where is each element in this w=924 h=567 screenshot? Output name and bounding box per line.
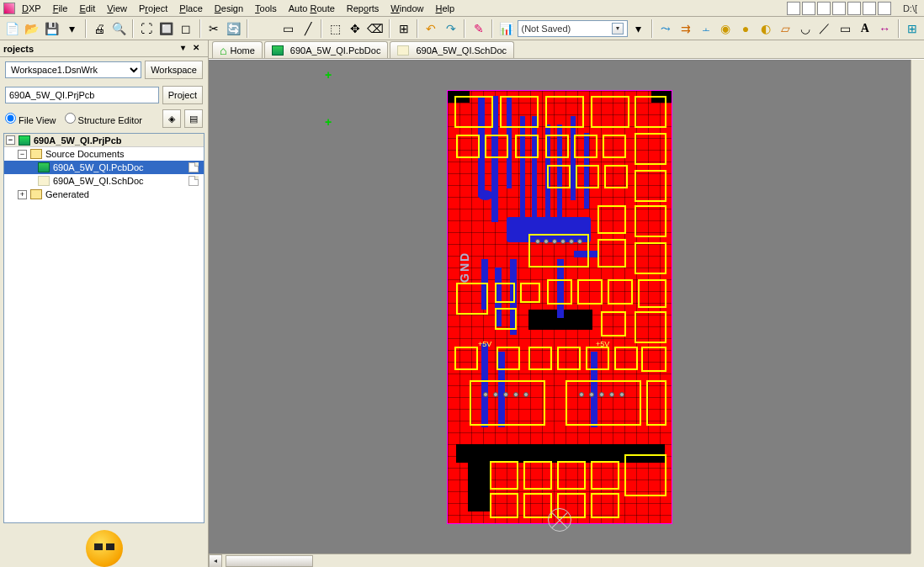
track-icon[interactable]: ╱ [300, 19, 317, 38]
component-icon[interactable]: ▭ [279, 19, 297, 38]
refresh-icon[interactable]: 🔄 [225, 19, 242, 38]
menu-place[interactable]: Place [174, 2, 208, 15]
select-rect-icon[interactable]: ⬚ [327, 19, 344, 38]
pin-icon[interactable]: ▾ [181, 43, 193, 55]
line-icon[interactable]: ／ [816, 19, 834, 38]
menu-tail-icon[interactable] [787, 2, 800, 15]
cut-icon[interactable]: ✂ [205, 19, 223, 38]
tab-sch[interactable]: 690A_5W_QI.SchDoc [390, 41, 514, 58]
via-icon[interactable]: ◉ [717, 19, 735, 38]
menu-reports[interactable]: Reports [342, 2, 385, 15]
sch-icon [38, 176, 50, 186]
sun-icon [86, 530, 123, 567]
fill-icon[interactable]: ◐ [757, 19, 774, 38]
panel-btn-icon[interactable]: ▤ [184, 109, 203, 128]
tree-project-label: 690A_5W_QI.PrjPcb [34, 135, 122, 146]
annotation-status-combo[interactable]: (Not Saved) ▾ [518, 20, 628, 37]
dropdown-icon[interactable]: ▾ [63, 19, 81, 38]
pcb-board[interactable]: GND +5V +5V [447, 90, 672, 524]
file-path-display: D:\[ [903, 3, 921, 13]
project-icon [19, 135, 30, 146]
menu-tail-icon[interactable] [878, 2, 891, 15]
move-icon[interactable]: ✥ [347, 19, 364, 38]
panel-footer [0, 527, 208, 567]
zoom-selected-icon[interactable]: ◻ [178, 19, 195, 38]
project-tree[interactable]: − 690A_5W_QI.PrjPcb − Source Documents 6… [3, 133, 204, 523]
dropdown-icon[interactable]: ▾ [630, 19, 648, 38]
folder-icon [30, 149, 42, 159]
tab-pcb[interactable]: 690A_5W_QI.PcbDoc [264, 41, 389, 58]
menu-view[interactable]: View [102, 2, 132, 15]
project-input[interactable] [5, 87, 159, 103]
zoom-fit-icon[interactable]: ⛶ [138, 19, 156, 38]
main-area: rojects ▾ ✕ Workspace1.DsnWrk Workspace … [0, 40, 924, 567]
menu-window[interactable]: Window [385, 2, 428, 15]
workspace-select[interactable]: Workspace1.DsnWrk [5, 61, 141, 78]
menu-tools[interactable]: Tools [250, 2, 282, 15]
string-icon[interactable]: A [856, 19, 874, 38]
menu-tail-icon[interactable] [817, 2, 831, 15]
tree-folder-label: Generated [45, 189, 89, 199]
menu-file[interactable]: File [48, 2, 73, 15]
menu-dxp[interactable]: DXP [17, 2, 46, 15]
menu-tail-icon[interactable] [802, 2, 815, 15]
pcb-icon [38, 162, 50, 172]
menu-help[interactable]: Help [431, 2, 460, 15]
scroll-left-icon[interactable]: ◂ [209, 554, 222, 568]
doc-icon [189, 162, 199, 172]
gnd-silk-text: GND [458, 236, 470, 283]
projects-panel: rojects ▾ ✕ Workspace1.DsnWrk Workspace … [0, 40, 209, 567]
preview-icon[interactable]: 🔍 [110, 19, 128, 38]
pcb-viewport[interactable]: + + [209, 59, 924, 567]
cross-probe-icon[interactable]: ✎ [470, 19, 487, 38]
menu-project[interactable]: Project [134, 2, 173, 15]
panel-btn-icon[interactable]: ◈ [162, 109, 181, 128]
workspace-button[interactable]: Workspace [145, 61, 203, 79]
route-icon[interactable]: ⤳ [657, 19, 675, 38]
open-file-icon[interactable]: 📂 [24, 19, 41, 38]
align-icon[interactable]: ⊞ [395, 19, 412, 38]
project-button[interactable]: Project [162, 86, 203, 104]
save-icon[interactable]: 💾 [43, 19, 61, 38]
tree-item-pcb[interactable]: 690A_5W_QI.PcbDoc [4, 161, 204, 174]
align-marker-icon: + [325, 115, 335, 125]
chevron-down-icon[interactable]: ▾ [612, 23, 624, 34]
array-icon[interactable]: ⊞ [904, 19, 921, 38]
close-icon[interactable]: ✕ [193, 43, 204, 55]
route-diff-icon[interactable]: ⇉ [677, 19, 695, 38]
rect-icon[interactable]: ▭ [836, 19, 854, 38]
menu-tail-icon[interactable] [832, 2, 846, 15]
polygon-icon[interactable]: ▱ [777, 19, 794, 38]
expander-icon[interactable]: + [18, 190, 27, 199]
menu-bar: DXPFileEditViewProjectPlaceDesignToolsAu… [0, 0, 924, 17]
pcb-icon [272, 45, 284, 56]
undo-icon[interactable]: ↶ [422, 19, 440, 38]
dimension-icon[interactable]: ↔ [876, 19, 894, 38]
scroll-thumb[interactable] [226, 555, 313, 567]
menu-design[interactable]: Design [210, 2, 248, 15]
menu-edit[interactable]: Edit [74, 2, 100, 15]
menu-tail-icon[interactable] [847, 2, 861, 15]
menu-auto-route[interactable]: Auto Route [284, 2, 340, 15]
tab-home[interactable]: ⌂ Home [212, 41, 263, 58]
menu-tail-icon[interactable] [863, 2, 876, 15]
tree-item-sch[interactable]: 690A_5W_QI.SchDoc [4, 174, 204, 188]
file-view-radio[interactable]: File View [5, 113, 56, 125]
expander-icon[interactable]: − [18, 150, 27, 159]
structure-editor-radio[interactable]: Structure Editor [65, 113, 142, 125]
redo-icon[interactable]: ↷ [443, 19, 460, 38]
zoom-region-icon[interactable]: 🔲 [157, 19, 175, 38]
home-icon: ⌂ [220, 44, 226, 57]
print-icon[interactable]: 🖨 [91, 19, 109, 38]
expander-icon[interactable]: − [6, 135, 15, 145]
vertical-scrollbar[interactable] [911, 60, 924, 554]
arc-icon[interactable]: ◡ [797, 19, 815, 38]
deselect-icon[interactable]: ⌫ [366, 19, 385, 38]
browse-icon[interactable]: 📊 [497, 19, 515, 38]
horizontal-scrollbar[interactable]: ◂ [209, 554, 911, 567]
route-multi-icon[interactable]: ⫠ [697, 19, 714, 38]
new-file-icon[interactable]: 📄 [3, 19, 21, 38]
silk-text-5v: +5V [478, 340, 491, 348]
panel-title: rojects ▾ ✕ [0, 40, 208, 57]
pad-icon[interactable]: ● [737, 19, 755, 38]
